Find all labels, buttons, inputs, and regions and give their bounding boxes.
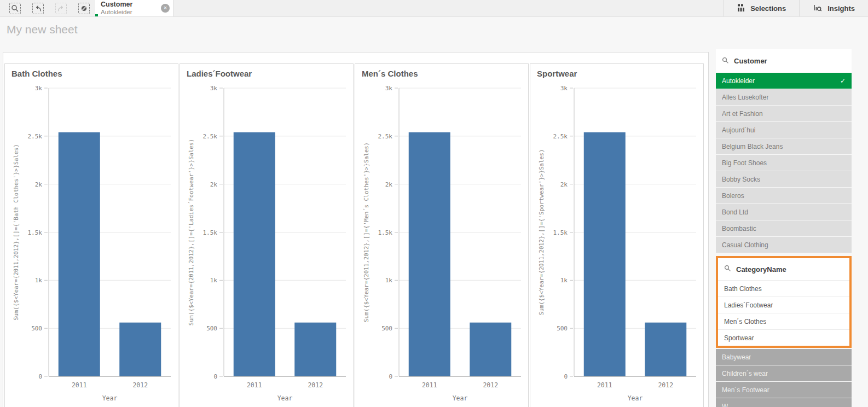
clear-selections-button[interactable] (72, 0, 95, 17)
undo-icon (32, 3, 44, 14)
search-icon (9, 3, 21, 14)
insights-button[interactable]: Insights (799, 0, 868, 16)
value-label: Alles Lusekofter (722, 94, 768, 101)
customer-value-belgium-black-jeans[interactable]: Belgium Black Jeans (716, 138, 852, 154)
customer-value-aujourd-hui[interactable]: Aujourd´hui (716, 122, 852, 138)
svg-text:0: 0 (213, 373, 217, 380)
svg-text:3k: 3k (210, 85, 218, 92)
selections-tool-icon (737, 3, 745, 14)
filter-pane-customer: Customer Autokleider✓Alles LusekofterArt… (716, 49, 852, 253)
svg-text:1k: 1k (35, 277, 43, 284)
category-value-children-s-wear[interactable]: Children´s wear (716, 365, 852, 381)
value-label: Sportwear (724, 334, 754, 342)
category-value-sportwear[interactable]: Sportwear (718, 329, 849, 346)
customer-filter-header[interactable]: Customer (716, 49, 852, 73)
customer-value-autokleider[interactable]: Autokleider✓ (716, 73, 852, 89)
category-value-list: Bath ClothesLadies´FootwearMen´s Clothes… (718, 280, 849, 346)
category-value-bath-clothes[interactable]: Bath Clothes (718, 280, 849, 296)
svg-text:1k: 1k (210, 277, 218, 284)
smart-search-button[interactable] (3, 0, 26, 17)
chart-card-mens-clothes[interactable]: Men´s Clothes Sum({$<Year={2011,2012},[]… (355, 63, 529, 407)
svg-text:2.5k: 2.5k (553, 133, 568, 140)
selection-field-value: Autokleider (101, 9, 161, 16)
svg-text:500: 500 (381, 325, 392, 332)
chart-card-ladies-footwear[interactable]: Ladies´Footwear Sum({$<Year={2011,2012},… (180, 63, 354, 407)
customer-value-big-foot-shoes[interactable]: Big Foot Shoes (716, 155, 852, 171)
customer-value-bond-ltd[interactable]: Bond Ltd (716, 204, 852, 220)
svg-text:500: 500 (206, 325, 217, 332)
customer-value-list: Autokleider✓Alles LusekofterArt et Fashi… (716, 73, 852, 253)
category-value-men-s-clothes[interactable]: Men´s Clothes (718, 313, 849, 329)
category-value-w[interactable]: W (716, 398, 852, 407)
svg-text:2012: 2012 (132, 381, 148, 389)
svg-text:2011: 2011 (72, 381, 87, 389)
svg-text:1.5k: 1.5k (378, 229, 393, 236)
selection-chip-customer[interactable]: Customer Autokleider × (95, 0, 173, 16)
remove-selection-icon[interactable]: × (161, 4, 170, 13)
value-label: Bond Ltd (722, 208, 748, 216)
chart-card-bath-clothes[interactable]: Bath Clothes Sum({$<Year={2011,2012},[]=… (4, 63, 178, 407)
value-label: Boleros (722, 192, 744, 200)
bar-chart-svg[interactable]: 05001k1.5k2k2.5k3k20112012Year (180, 64, 354, 407)
selection-chip-text: Customer Autokleider (101, 1, 161, 16)
value-label: Art et Fashion (722, 110, 763, 118)
value-label: W (722, 403, 728, 407)
category-filter-header[interactable]: CategoryName (718, 258, 849, 280)
value-label: Boombastic (722, 225, 756, 232)
svg-text:2012: 2012 (658, 381, 673, 389)
category-value-ladies-footwear[interactable]: Ladies´Footwear (718, 296, 849, 313)
selection-green-indicator (95, 14, 98, 16)
step-forward-button[interactable] (49, 0, 72, 17)
category-value-men-s-footwear[interactable]: Men´s Footwear (716, 382, 852, 398)
svg-text:Year: Year (102, 394, 118, 402)
svg-text:2k: 2k (560, 181, 568, 188)
app-toolbar: Customer Autokleider × Selections Insigh… (0, 0, 868, 17)
svg-text:Year: Year (277, 394, 293, 402)
svg-text:2k: 2k (35, 181, 43, 188)
bar-chart-svg[interactable]: 05001k1.5k2k2.5k3k20112012Year (355, 64, 529, 407)
sheet-area: My new sheet Bath Clothes Sum({$<Year={2… (0, 17, 868, 407)
step-back-button[interactable] (26, 0, 49, 17)
chart-card-sportwear[interactable]: Sportwear Sum({$<Year={2011,2012},[]={'S… (530, 63, 704, 407)
svg-text:2012: 2012 (483, 381, 498, 389)
svg-text:1.5k: 1.5k (553, 229, 568, 236)
svg-text:2011: 2011 (247, 381, 262, 389)
svg-text:2k: 2k (385, 181, 393, 188)
value-label: Casual Clothing (722, 241, 768, 249)
svg-text:2.5k: 2.5k (28, 133, 43, 140)
selection-field-name: Customer (101, 1, 161, 8)
sheet-title: My new sheet (7, 23, 78, 36)
customer-value-casual-clothing[interactable]: Casual Clothing (716, 237, 852, 253)
customer-value-alles-lusekofter[interactable]: Alles Lusekofter (716, 89, 852, 105)
value-label: Men´s Footwear (722, 386, 769, 394)
value-label: Babywear (722, 353, 751, 361)
svg-text:2.5k: 2.5k (203, 133, 218, 140)
svg-text:Year: Year (628, 394, 643, 402)
svg-text:2.5k: 2.5k (378, 133, 393, 140)
redo-icon (55, 3, 67, 14)
insights-label: Insights (828, 4, 855, 13)
category-value-babywear[interactable]: Babywear (716, 349, 852, 365)
svg-text:2011: 2011 (597, 381, 612, 389)
svg-text:2011: 2011 (422, 381, 437, 389)
svg-text:3k: 3k (385, 85, 393, 92)
value-label: Belgium Black Jeans (722, 143, 783, 150)
value-label: Big Foot Shoes (722, 159, 767, 167)
svg-text:2012: 2012 (308, 381, 323, 389)
svg-text:1k: 1k (560, 277, 568, 284)
bar-chart-svg[interactable]: 05001k1.5k2k2.5k3k20112012Year (5, 64, 179, 407)
insight-advisor-icon (813, 3, 823, 14)
svg-text:0: 0 (38, 373, 42, 380)
search-icon (722, 56, 729, 66)
svg-text:3k: 3k (35, 85, 43, 92)
bar-chart-svg[interactable]: 05001k1.5k2k2.5k3k20112012Year (530, 64, 704, 407)
selections-label: Selections (750, 4, 786, 13)
customer-value-bobby-socks[interactable]: Bobby Socks (716, 171, 852, 187)
value-label: Aujourd´hui (722, 126, 755, 134)
category-excluded-list: BabywearChildren´s wearMen´s FootwearW (716, 349, 852, 407)
selections-button[interactable]: Selections (723, 0, 799, 16)
customer-value-art-et-fashion[interactable]: Art et Fashion (716, 106, 852, 121)
svg-text:1.5k: 1.5k (203, 229, 218, 236)
customer-value-boombastic[interactable]: Boombastic (716, 220, 852, 236)
customer-value-boleros[interactable]: Boleros (716, 188, 852, 203)
